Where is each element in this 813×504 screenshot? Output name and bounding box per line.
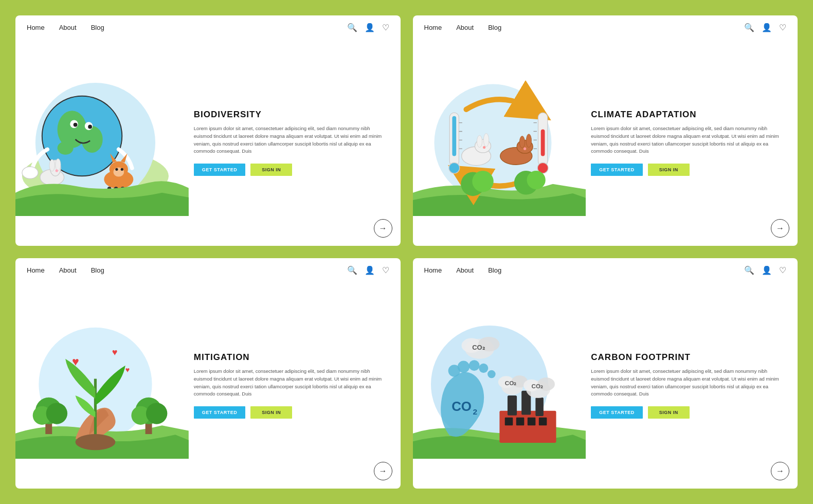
sign-in-climate[interactable]: SIGN IN — [648, 164, 690, 176]
svg-rect-83 — [527, 418, 535, 426]
svg-rect-38 — [540, 130, 545, 156]
card-climate: Home About Blog 🔍 👤 ♡ — [413, 15, 798, 246]
svg-text:2: 2 — [473, 407, 477, 416]
svg-rect-84 — [538, 418, 547, 426]
card-body-biodiversity: BIODIVERSITY Lorem ipsum dolor sit amet,… — [15, 40, 401, 246]
title-carbon: CARBON FOOTPRINT — [591, 352, 786, 363]
content-carbon: CARBON FOOTPRINT Lorem ipsum dolor sit a… — [586, 282, 798, 489]
svg-text:♥: ♥ — [125, 366, 130, 374]
nav-blog-4[interactable]: Blog — [488, 266, 501, 274]
svg-point-47 — [483, 133, 489, 147]
title-climate: CLIMATE ADAPTATION — [591, 110, 786, 120]
content-biodiversity: BIODIVERSITY Lorem ipsum dolor sit amet,… — [189, 40, 401, 246]
svg-text:CO: CO — [451, 399, 472, 413]
nav-about-1[interactable]: About — [59, 24, 77, 31]
user-icon-4[interactable]: 👤 — [762, 265, 772, 275]
svg-carbon: CO 2 — [413, 282, 586, 489]
svg-point-22 — [115, 168, 118, 171]
svg-rect-81 — [504, 418, 513, 426]
text-carbon: Lorem ipsum dolor sit amet, consectetuer… — [591, 368, 786, 398]
text-biodiversity: Lorem ipsum dolor sit amet, consectetuer… — [194, 125, 389, 155]
svg-text:CO₂: CO₂ — [531, 383, 543, 389]
svg-point-51 — [519, 136, 525, 148]
svg-text:CO₂: CO₂ — [472, 344, 484, 351]
arrow-btn-carbon[interactable]: → — [771, 462, 789, 480]
svg-point-16 — [56, 169, 58, 172]
svg-point-11 — [22, 167, 38, 178]
svg-rect-87 — [535, 398, 544, 416]
illustration-climate — [413, 40, 586, 246]
svg-point-76 — [479, 364, 488, 373]
svg-point-55 — [472, 171, 493, 192]
svg-point-32 — [448, 163, 459, 173]
svg-point-52 — [526, 134, 531, 148]
get-started-biodiversity[interactable]: GET STARTED — [194, 164, 245, 176]
text-mitigation: Lorem ipsum dolor sit amet, consectetuer… — [194, 368, 389, 398]
nav-home-3[interactable]: Home — [27, 266, 45, 274]
user-icon-2[interactable]: 👤 — [762, 23, 772, 32]
card-body-carbon: CO 2 — [413, 282, 798, 489]
nav-about-3[interactable]: About — [59, 266, 77, 274]
sign-in-biodiversity[interactable]: SIGN IN — [250, 164, 292, 176]
title-mitigation: MITIGATION — [194, 352, 389, 363]
nav-home-4[interactable]: Home — [424, 266, 442, 274]
arrow-btn-climate[interactable]: → — [771, 219, 789, 238]
svg-text:♥: ♥ — [72, 355, 79, 368]
sign-in-carbon[interactable]: SIGN IN — [648, 406, 690, 419]
svg-point-62 — [46, 403, 67, 424]
svg-point-46 — [477, 135, 482, 147]
nav-home-2[interactable]: Home — [424, 24, 442, 31]
svg-rect-31 — [452, 116, 456, 156]
svg-rect-85 — [507, 395, 516, 416]
heart-icon-1[interactable]: ♡ — [382, 23, 389, 32]
svg-rect-80 — [499, 411, 556, 443]
user-icon-3[interactable]: 👤 — [365, 265, 375, 275]
sign-in-mitigation[interactable]: SIGN IN — [250, 406, 292, 419]
svg-text:CO₂: CO₂ — [504, 380, 516, 387]
get-started-climate[interactable]: GET STARTED — [591, 164, 642, 176]
svg-point-74 — [457, 361, 469, 373]
user-icon-1[interactable]: 👤 — [365, 23, 375, 32]
search-icon-4[interactable]: 🔍 — [744, 265, 754, 275]
heart-icon-2[interactable]: ♡ — [779, 23, 786, 32]
btn-row-climate: GET STARTED SIGN IN — [591, 164, 786, 176]
search-icon-1[interactable]: 🔍 — [347, 23, 357, 32]
arrow-btn-biodiversity[interactable]: → — [374, 219, 392, 238]
btn-row-biodiversity: GET STARTED SIGN IN — [194, 164, 389, 176]
svg-point-5 — [81, 126, 102, 153]
svg-point-75 — [468, 360, 479, 371]
main-grid: Home About Blog 🔍 👤 ♡ — [0, 0, 813, 504]
svg-climate — [413, 40, 586, 246]
svg-point-10 — [88, 125, 92, 129]
btn-row-carbon: GET STARTED SIGN IN — [591, 406, 786, 419]
svg-point-77 — [487, 370, 496, 379]
nav-blog-2[interactable]: Blog — [488, 24, 501, 31]
svg-point-23 — [121, 168, 123, 171]
illustration-biodiversity — [15, 40, 189, 246]
illustration-mitigation: ♥ ♥ ♥ — [15, 282, 189, 489]
heart-icon-4[interactable]: ♡ — [779, 265, 786, 275]
illustration-carbon: CO 2 — [413, 282, 586, 489]
nav-icons-3: 🔍 👤 ♡ — [347, 265, 389, 275]
btn-row-mitigation: GET STARTED SIGN IN — [194, 406, 389, 419]
svg-point-15 — [56, 159, 61, 171]
get-started-carbon[interactable]: GET STARTED — [591, 406, 642, 419]
nav-carbon: Home About Blog 🔍 👤 ♡ — [413, 258, 798, 282]
get-started-mitigation[interactable]: GET STARTED — [194, 406, 245, 419]
nav-home-1[interactable]: Home — [27, 24, 45, 31]
svg-point-53 — [523, 148, 526, 150]
heart-icon-3[interactable]: ♡ — [382, 265, 389, 275]
svg-mitigation: ♥ ♥ ♥ — [15, 282, 189, 489]
svg-rect-82 — [516, 418, 524, 426]
arrow-btn-mitigation[interactable]: → — [374, 462, 392, 480]
svg-point-48 — [483, 146, 485, 149]
nav-blog-3[interactable]: Blog — [91, 266, 104, 274]
nav-about-2[interactable]: About — [456, 24, 474, 31]
content-climate: CLIMATE ADAPTATION Lorem ipsum dolor sit… — [586, 40, 798, 246]
search-icon-2[interactable]: 🔍 — [744, 23, 754, 32]
search-icon-3[interactable]: 🔍 — [347, 265, 357, 275]
svg-point-9 — [74, 123, 78, 127]
nav-blog-1[interactable]: Blog — [91, 24, 104, 31]
nav-about-4[interactable]: About — [456, 266, 474, 274]
svg-point-6 — [58, 141, 74, 155]
